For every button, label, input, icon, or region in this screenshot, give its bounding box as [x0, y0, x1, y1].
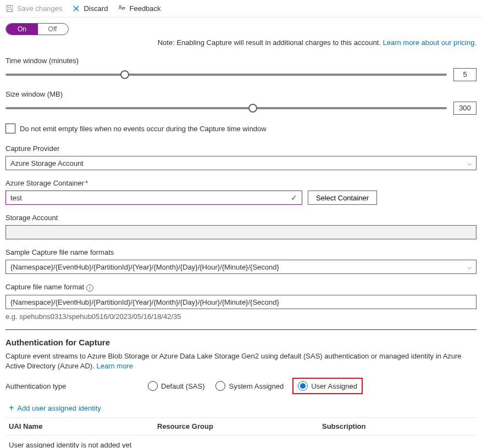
plus-icon: + [9, 403, 14, 413]
size-window-value[interactable]: 300 [453, 102, 477, 115]
divider [5, 329, 477, 330]
feedback-label: Feedback [129, 4, 160, 13]
time-window-label: Time window (minutes) [5, 57, 477, 65]
provider-select[interactable]: Azure Storage Account ⌵ [5, 156, 477, 170]
file-format-label: Capture file name formati [5, 283, 477, 292]
time-window-value[interactable]: 5 [453, 68, 477, 81]
container-input[interactable]: test ✓ [5, 191, 302, 205]
radio-system-assigned[interactable]: System Assigned [213, 380, 286, 392]
file-format-input[interactable]: {Namespace}/{EventHub}/{PartitionId}/{Ye… [5, 295, 477, 309]
feedback-button[interactable]: Feedback [117, 2, 162, 15]
feedback-icon [118, 4, 126, 13]
auth-description: Capture event streams to Azure Blob Stor… [5, 351, 477, 371]
save-label: Save changes [17, 4, 62, 13]
size-window-slider[interactable] [5, 103, 447, 114]
check-icon: ✓ [291, 193, 297, 202]
chevron-down-icon: ⌵ [468, 264, 472, 271]
toggle-off: Off [37, 24, 68, 35]
uai-empty-row: User assigned identity is not added yet [5, 435, 477, 448]
add-user-identity-button[interactable]: + Add user assigned identity [9, 403, 101, 413]
select-container-button[interactable]: Select Container [308, 191, 377, 205]
sample-format-select[interactable]: {Namespace}/{EventHub}/{PartitionId}/{Ye… [5, 260, 477, 274]
close-icon [72, 4, 80, 13]
sample-format-label: Sample Capture file name formats [5, 248, 477, 256]
svg-rect-1 [8, 5, 11, 8]
auth-type-label: Authentication type [5, 382, 146, 390]
col-uai-name: UAI Name [9, 422, 157, 430]
empty-files-checkbox[interactable] [5, 124, 15, 133]
auth-section-title: Authentication for Capture [5, 338, 477, 347]
save-icon [5, 4, 14, 13]
svg-rect-2 [8, 9, 12, 12]
capture-toggle[interactable]: On Off [5, 23, 69, 35]
provider-label: Capture Provider [5, 144, 477, 153]
container-label: Azure Storage Container* [5, 179, 477, 187]
discard-label: Discard [84, 4, 108, 13]
storage-account-label: Storage Account [5, 214, 477, 222]
col-subscription: Subscription [322, 422, 473, 430]
toolbar: Save changes Discard Feedback [0, 0, 482, 18]
pricing-link[interactable]: Learn more about our pricing. [383, 38, 477, 47]
col-resource-group: Resource Group [157, 422, 322, 430]
storage-account-input [5, 225, 477, 239]
size-window-label: Size window (MB) [5, 90, 477, 98]
radio-user-assigned[interactable]: User Assigned [292, 378, 363, 394]
info-icon[interactable]: i [86, 284, 93, 292]
svg-point-5 [119, 5, 121, 8]
toggle-on: On [6, 24, 38, 35]
container-value: test [10, 194, 22, 202]
uai-table-header: UAI Name Resource Group Subscription [5, 417, 477, 435]
file-format-hint: e.g. spehubns0313/spehub0516/0/2023/05/1… [5, 312, 477, 321]
sample-format-value: {Namespace}/{EventHub}/{PartitionId}/{Ye… [10, 263, 279, 271]
add-user-identity-label: Add user assigned identity [17, 404, 101, 412]
auth-type-radio-group: Default (SAS) System Assigned User Assig… [146, 378, 363, 394]
provider-value: Azure Storage Account [10, 159, 84, 167]
time-window-slider[interactable] [5, 69, 447, 80]
pricing-note: Note: Enabling Capture will result in ad… [5, 38, 477, 47]
radio-default-sas[interactable]: Default (SAS) [146, 380, 207, 392]
discard-button[interactable]: Discard [71, 2, 109, 15]
file-format-value: {Namespace}/{EventHub}/{PartitionId}/{Ye… [10, 298, 279, 306]
empty-files-label: Do not emit empty files when no events o… [20, 125, 267, 133]
note-text: Note: Enabling Capture will result in ad… [158, 38, 383, 47]
learn-more-link[interactable]: Learn more [96, 362, 132, 370]
save-button: Save changes [4, 2, 63, 15]
chevron-down-icon: ⌵ [468, 160, 472, 167]
